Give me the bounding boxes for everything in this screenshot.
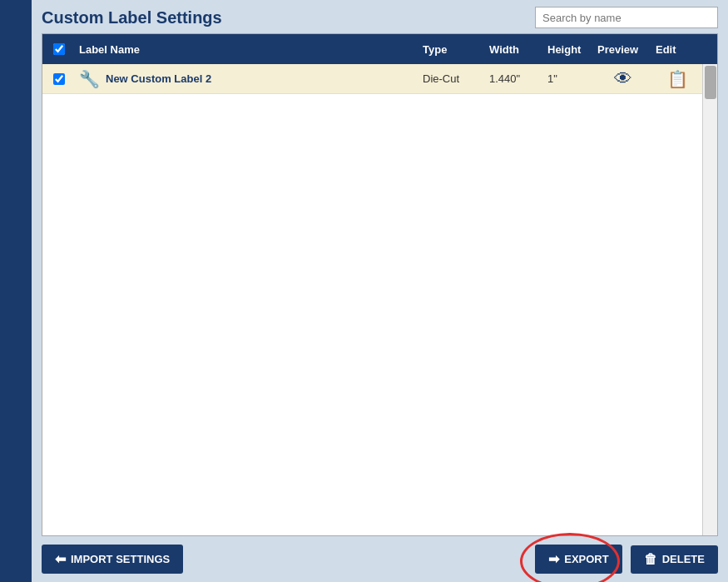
col-header-height: Height xyxy=(544,37,594,62)
select-all-checkbox[interactable] xyxy=(53,43,65,55)
export-icon: ➡ xyxy=(548,551,559,567)
footer-left: ⬅ IMPORT SETTINGS xyxy=(42,545,183,574)
header: Custom Label Settings xyxy=(32,0,728,33)
search-input[interactable] xyxy=(535,7,718,28)
page-title: Custom Label Settings xyxy=(42,8,222,27)
row-icon-cell: 🔧 xyxy=(76,69,102,89)
export-button[interactable]: ➡ EXPORT xyxy=(535,545,622,574)
row-preview-cell[interactable]: 👁 xyxy=(594,65,652,93)
table-container: Label Name Type Width Height Preview Edi… xyxy=(42,33,718,536)
main-content: Custom Label Settings Label Name Type Wi… xyxy=(32,0,728,582)
sidebar xyxy=(0,0,32,582)
scroll-thumb[interactable] xyxy=(705,66,716,99)
export-circle-highlight: ➡ EXPORT xyxy=(535,545,622,574)
col-header-label-name: Label Name xyxy=(76,37,419,62)
table-header: Label Name Type Width Height Preview Edi… xyxy=(42,34,717,64)
edit-icon[interactable]: 📋 xyxy=(667,69,688,89)
import-icon: ⬅ xyxy=(55,551,66,567)
row-type: Die-Cut xyxy=(419,69,486,88)
delete-button[interactable]: 🗑 DELETE xyxy=(631,545,718,574)
row-height: 1" xyxy=(544,69,594,88)
col-header-type: Type xyxy=(419,37,486,62)
scrollbar[interactable] xyxy=(702,64,717,535)
preview-eye-icon[interactable]: 👁 xyxy=(614,68,632,90)
row-edit-cell[interactable]: 📋 xyxy=(652,66,702,92)
table-row: 🔧 New Custom Label 2 Die-Cut 1.440" 1" 👁… xyxy=(42,64,702,94)
col-header-width: Width xyxy=(486,37,544,62)
wrench-icon: 🔧 xyxy=(79,69,100,89)
col-header-preview: Preview xyxy=(594,37,652,62)
table-rows-area: 🔧 New Custom Label 2 Die-Cut 1.440" 1" 👁… xyxy=(42,64,702,535)
footer-right: ➡ EXPORT 🗑 DELETE xyxy=(535,545,718,574)
import-settings-button[interactable]: ⬅ IMPORT SETTINGS xyxy=(42,545,183,574)
table-scroll-wrapper: 🔧 New Custom Label 2 Die-Cut 1.440" 1" 👁… xyxy=(42,64,717,535)
delete-label: DELETE xyxy=(662,553,705,565)
header-checkbox-cell xyxy=(42,37,76,62)
trash-icon: 🗑 xyxy=(644,552,657,567)
row-checkbox[interactable] xyxy=(53,73,65,85)
export-label: EXPORT xyxy=(564,553,608,565)
row-width: 1.440" xyxy=(486,69,544,88)
footer: ⬅ IMPORT SETTINGS ➡ EXPORT 🗑 DELETE xyxy=(32,536,728,582)
col-header-edit: Edit xyxy=(652,37,702,62)
import-label: IMPORT SETTINGS xyxy=(71,553,170,565)
row-checkbox-cell xyxy=(42,73,76,85)
row-label-name: New Custom Label 2 xyxy=(102,69,419,88)
